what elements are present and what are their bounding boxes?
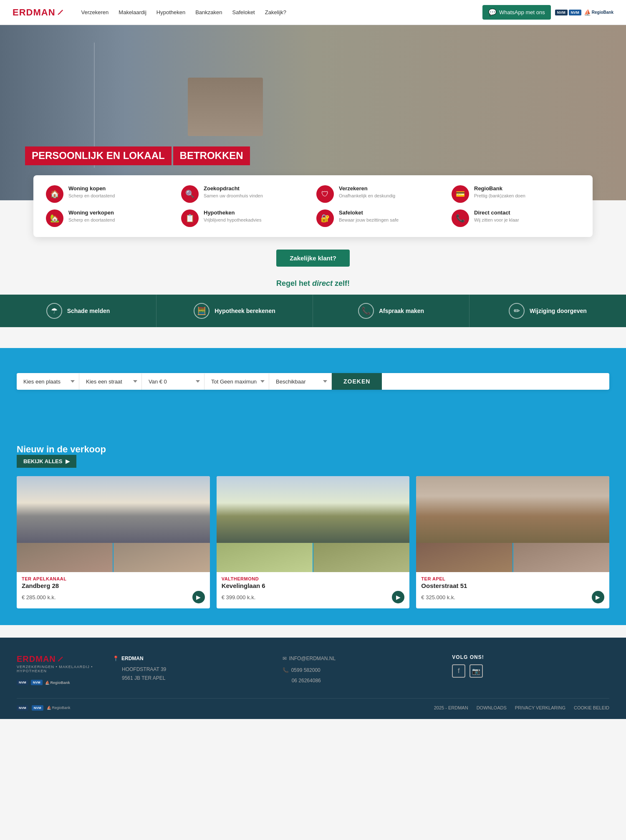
footer-bottom-nvm2: NVM bbox=[32, 705, 43, 711]
property-main-img-1 bbox=[217, 476, 410, 543]
property-thumb-1-2 bbox=[416, 543, 512, 572]
downloads-link[interactable]: DOWNLOADS bbox=[477, 705, 507, 710]
service-icon-2: 🛡 bbox=[316, 185, 334, 203]
service-icon-3: 💳 bbox=[452, 185, 469, 203]
service-title-6: Safeloket bbox=[339, 209, 399, 217]
action-item-1[interactable]: 🧮 Hypotheek berekenen bbox=[156, 295, 313, 327]
search-button[interactable]: ZOEKEN bbox=[332, 373, 382, 390]
price-to-select[interactable]: Tot Geen maximun bbox=[204, 373, 269, 390]
whatsapp-label: WhatsApp met ons bbox=[499, 9, 545, 15]
service-item-1[interactable]: 🔍 Zoekopdracht Samen uw droomhuis vinden bbox=[181, 185, 310, 203]
service-subtitle-6: Bewaar jouw bezittingen safe bbox=[339, 217, 399, 222]
header-right: 💬 WhatsApp met ons NVM NVM ⛵ RegioBank bbox=[482, 5, 613, 20]
hero-text-box-2: BETROKKEN bbox=[173, 146, 250, 165]
service-subtitle-2: Onafhankelijk en deskundig bbox=[339, 193, 395, 198]
whatsapp-icon: 💬 bbox=[488, 8, 497, 16]
search-bar: Kies een plaats Kies een straat Van € 0 … bbox=[17, 373, 609, 390]
property-arrow-1[interactable]: ▶ bbox=[392, 591, 404, 603]
property-price-0: € 285.000 k.k. bbox=[22, 594, 56, 600]
service-item-6[interactable]: 🔐 Safeloket Bewaar jouw bezittingen safe bbox=[316, 209, 445, 227]
direct-section: Regel het direct zelf! bbox=[0, 271, 626, 295]
property-thumb-1-1 bbox=[217, 543, 313, 572]
logo[interactable]: ERDMAN ⟋ bbox=[13, 7, 65, 18]
property-main-img-0 bbox=[17, 476, 210, 543]
service-item-0[interactable]: 🏠 Woning kopen Scherp en doortastend bbox=[46, 185, 174, 203]
property-street-1: Kevelinglaan 6 bbox=[222, 582, 405, 589]
property-price-row-1: € 399.000 k.k. ▶ bbox=[222, 591, 405, 603]
footer-top: ERDMAN⟋ VERZEKERINGEN • MAKELAARDIJ • HY… bbox=[17, 654, 609, 686]
instagram-icon[interactable]: 📷 bbox=[470, 664, 483, 678]
place-select[interactable]: Kies een plaats bbox=[17, 373, 79, 390]
action-label-0: Schade melden bbox=[67, 308, 110, 314]
service-subtitle-5: Vrijblijvend hypotheekadvies bbox=[204, 217, 261, 222]
regiobank-label: RegioBank bbox=[592, 10, 613, 15]
footer-nvm-1: NVM bbox=[17, 680, 28, 685]
property-location-0: TER APELKANAAL bbox=[22, 576, 205, 581]
location-icon: 📍 bbox=[113, 654, 119, 663]
property-location-1: VALTHERMOND bbox=[222, 576, 405, 581]
action-item-0[interactable]: ☂ Schade melden bbox=[0, 295, 156, 327]
footer-phone1: 0599 582000 bbox=[291, 666, 321, 675]
street-select[interactable]: Kies een straat bbox=[79, 373, 142, 390]
footer-contact-col: ✉ INFO@ERDMAN.NL 📞 0599 582000 06 262640… bbox=[283, 654, 440, 686]
footer-logo-col: ERDMAN⟋ VERZEKERINGEN • MAKELAARDIJ • HY… bbox=[17, 654, 100, 686]
property-price-row-0: € 285.000 k.k. ▶ bbox=[22, 591, 205, 603]
service-item-3[interactable]: 💳 RegioBank Prettig (bank)zaken doen bbox=[452, 185, 580, 203]
nav-safeloket[interactable]: Safeloket bbox=[232, 9, 255, 15]
property-arrow-0[interactable]: ▶ bbox=[192, 591, 205, 603]
search-section: Kies een plaats Kies een straat Van € 0 … bbox=[0, 348, 626, 431]
action-icon-0: ☂ bbox=[46, 303, 62, 319]
service-item-5[interactable]: 📋 Hypotheken Vrijblijvend hypotheekadvie… bbox=[181, 209, 310, 227]
property-thumb-1-0 bbox=[17, 543, 113, 572]
property-info-0: TER APELKANAAL Zandberg 28 € 285.000 k.k… bbox=[17, 572, 210, 608]
service-title-4: Woning verkopen bbox=[68, 209, 115, 217]
properties-section: Nieuw in de verkoop BEKIJK ALLES ▶ TER A… bbox=[0, 431, 626, 625]
action-icon-2: 📞 bbox=[358, 303, 374, 319]
logo-text: ERDMAN bbox=[13, 7, 56, 18]
price-from-select[interactable]: Van € 0 bbox=[142, 373, 204, 390]
privacy-link[interactable]: PRIVACY VERKLARING bbox=[515, 705, 565, 710]
footer-bottom-regio: ⛵RegioBank bbox=[47, 706, 71, 710]
nav-verzekeren[interactable]: Verzekeren bbox=[81, 9, 109, 15]
services-card: 🏠 Woning kopen Scherp en doortastend 🔍 Z… bbox=[33, 175, 593, 237]
bottom-spacer bbox=[0, 625, 626, 638]
footer-company-name: ERDMAN bbox=[121, 654, 144, 663]
direct-prefix: Regel het bbox=[276, 279, 312, 288]
service-item-4[interactable]: 🏡 Woning verkopen Scherp en doortastend bbox=[46, 209, 174, 227]
footer-bottom-left: NVM NVM ⛵RegioBank bbox=[17, 705, 71, 711]
nav-hypotheken[interactable]: Hypotheken bbox=[156, 9, 185, 15]
bekijk-alles-button[interactable]: BEKIJK ALLES ▶ bbox=[17, 455, 76, 468]
nav-bankzaken[interactable]: Bankzaken bbox=[195, 9, 222, 15]
footer-bottom: NVM NVM ⛵RegioBank 2025 - ERDMAN DOWNLOA… bbox=[17, 698, 609, 711]
facebook-icon[interactable]: f bbox=[452, 664, 465, 678]
service-icon-4: 🏡 bbox=[46, 209, 63, 227]
service-item-7[interactable]: 📞 Direct contact Wij zitten voor je klaa… bbox=[452, 209, 580, 227]
action-item-3[interactable]: ✏ Wijziging doorgeven bbox=[470, 295, 626, 327]
property-main-img-2 bbox=[416, 476, 609, 543]
nav-makelaardij[interactable]: Makelaardij bbox=[119, 9, 146, 15]
partner-logos: NVM NVM ⛵ RegioBank bbox=[555, 9, 613, 16]
property-street-2: Oosterstraat 51 bbox=[421, 582, 604, 589]
footer-logo-slash: ⟋ bbox=[56, 654, 65, 663]
whatsapp-button[interactable]: 💬 WhatsApp met ons bbox=[482, 5, 551, 20]
zakelijk-cta-button[interactable]: Zakelijke klant? bbox=[276, 250, 350, 267]
action-item-2[interactable]: 📞 Afspraak maken bbox=[313, 295, 470, 327]
property-arrow-2[interactable]: ▶ bbox=[592, 591, 604, 603]
service-icon-6: 🔐 bbox=[316, 209, 334, 227]
footer-contact: ✉ INFO@ERDMAN.NL 📞 0599 582000 06 262640… bbox=[283, 654, 440, 686]
nvm-badge-2: NVM bbox=[569, 10, 581, 15]
property-card-2[interactable]: TER APEL Oosterstraat 51 € 325.000 k.k. … bbox=[416, 476, 609, 608]
property-card-1[interactable]: VALTHERMOND Kevelinglaan 6 € 399.000 k.k… bbox=[217, 476, 410, 608]
phone-icon: 📞 bbox=[283, 666, 289, 675]
property-card-0[interactable]: TER APELKANAAL Zandberg 28 € 285.000 k.k… bbox=[17, 476, 210, 608]
property-thumb-2-1 bbox=[313, 543, 409, 572]
cookie-link[interactable]: COOKIE BELEID bbox=[574, 705, 609, 710]
nvm-badge: NVM bbox=[555, 10, 568, 15]
service-icon-0: 🏠 bbox=[46, 185, 63, 203]
nav-zakelijk[interactable]: Zakelijk? bbox=[265, 9, 286, 15]
status-select[interactable]: Beschikbaar bbox=[269, 373, 332, 390]
property-location-2: TER APEL bbox=[421, 576, 604, 581]
footer: ERDMAN⟋ VERZEKERINGEN • MAKELAARDIJ • HY… bbox=[0, 638, 626, 719]
service-title-0: Woning kopen bbox=[68, 185, 115, 192]
service-item-2[interactable]: 🛡 Verzekeren Onafhankelijk en deskundig bbox=[316, 185, 445, 203]
